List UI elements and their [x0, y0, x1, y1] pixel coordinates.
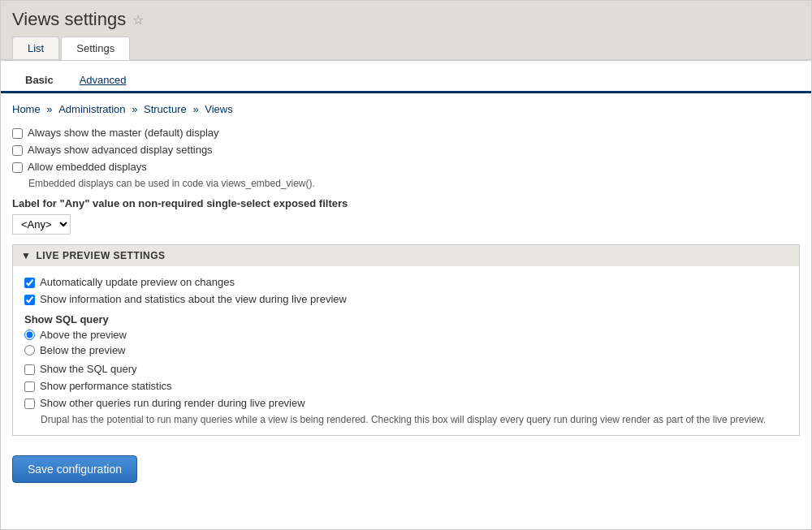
- breadcrumb-home[interactable]: Home: [12, 103, 41, 115]
- label-below-preview: Below the preview: [40, 344, 126, 356]
- star-icon[interactable]: ☆: [132, 12, 144, 28]
- label-show-sql: Show the SQL query: [40, 363, 136, 375]
- breadcrumb-structure[interactable]: Structure: [144, 103, 187, 115]
- breadcrumb-administration[interactable]: Administration: [58, 103, 125, 115]
- breadcrumb-sep-2: »: [132, 103, 140, 115]
- radio-row-above: Above the preview: [24, 329, 788, 341]
- label-embedded: Allow embedded displays: [28, 161, 147, 173]
- checkbox-row-advanced: Always show advanced display settings: [12, 144, 800, 156]
- checkbox-other-queries[interactable]: [24, 399, 35, 409]
- content-area: Basic Advanced Home » Administration » S…: [1, 60, 811, 493]
- tab-list[interactable]: List: [12, 37, 59, 59]
- tab-advanced[interactable]: Advanced: [67, 69, 140, 91]
- breadcrumb: Home » Administration » Structure » View…: [12, 103, 800, 115]
- checkbox-row-perf-stats: Show performance statistics: [24, 380, 788, 392]
- page-title: Views settings: [12, 9, 126, 30]
- live-preview-body: Automatically update preview on changes …: [13, 266, 799, 435]
- section-title: LIVE PREVIEW SETTINGS: [36, 250, 165, 261]
- secondary-tabs: Basic Advanced: [1, 61, 811, 93]
- checkbox-row-show-sql: Show the SQL query: [24, 363, 788, 375]
- main-content: Home » Administration » Structure » View…: [1, 93, 811, 493]
- any-select-wrapper: <Any>: [12, 214, 71, 235]
- live-preview-header[interactable]: ▼ LIVE PREVIEW SETTINGS: [13, 245, 799, 266]
- label-auto-update: Automatically update preview on changes: [40, 276, 235, 288]
- checkbox-row-auto-update: Automatically update preview on changes: [24, 276, 788, 288]
- live-preview-section: ▼ LIVE PREVIEW SETTINGS Automatically up…: [12, 244, 800, 436]
- tab-settings[interactable]: Settings: [61, 37, 130, 60]
- collapse-icon: ▼: [21, 250, 31, 261]
- radio-above-preview[interactable]: [24, 330, 35, 340]
- checkbox-auto-update[interactable]: [24, 278, 35, 288]
- label-other-queries: Show other queries run during render dur…: [40, 397, 305, 409]
- breadcrumb-sep-3: »: [192, 103, 201, 115]
- breadcrumb-sep-1: »: [46, 103, 55, 115]
- label-show-info: Show information and statistics about th…: [40, 293, 347, 305]
- checkbox-master-display[interactable]: [12, 128, 23, 139]
- checkbox-embedded[interactable]: [12, 162, 23, 173]
- save-configuration-button[interactable]: Save configuration: [12, 455, 137, 483]
- checkbox-row-show-info: Show information and statistics about th…: [24, 293, 788, 305]
- checkbox-row-embedded: Allow embedded displays: [12, 161, 800, 173]
- top-tabs: List Settings: [12, 37, 800, 59]
- sql-query-label: Show SQL query: [24, 313, 788, 325]
- checkbox-show-info[interactable]: [24, 295, 35, 305]
- breadcrumb-views[interactable]: Views: [205, 103, 232, 115]
- tab-basic[interactable]: Basic: [12, 69, 67, 93]
- label-master-display: Always show the master (default) display: [28, 127, 219, 139]
- radio-row-below: Below the preview: [24, 344, 788, 356]
- other-queries-help: Drupal has the potential to run many que…: [41, 414, 788, 425]
- any-select[interactable]: <Any>: [12, 214, 71, 235]
- radio-below-preview[interactable]: [24, 345, 35, 355]
- title-row: Views settings ☆: [12, 9, 800, 30]
- label-above-preview: Above the preview: [40, 329, 127, 341]
- embedded-help-text: Embedded displays can be used in code vi…: [28, 178, 800, 189]
- page-wrapper: Views settings ☆ List Settings Basic Adv…: [0, 0, 812, 530]
- label-advanced-display: Always show advanced display settings: [28, 144, 213, 156]
- checkbox-perf-stats[interactable]: [24, 381, 35, 392]
- checkbox-advanced-display[interactable]: [12, 145, 23, 156]
- any-field-label: Label for "Any" value on non-required si…: [12, 197, 800, 209]
- page-header: Views settings ☆ List Settings: [1, 1, 811, 60]
- checkbox-show-sql[interactable]: [24, 364, 35, 375]
- checkbox-row-other-queries: Show other queries run during render dur…: [24, 397, 788, 409]
- checkbox-row-master: Always show the master (default) display: [12, 127, 800, 139]
- label-perf-stats: Show performance statistics: [40, 380, 172, 392]
